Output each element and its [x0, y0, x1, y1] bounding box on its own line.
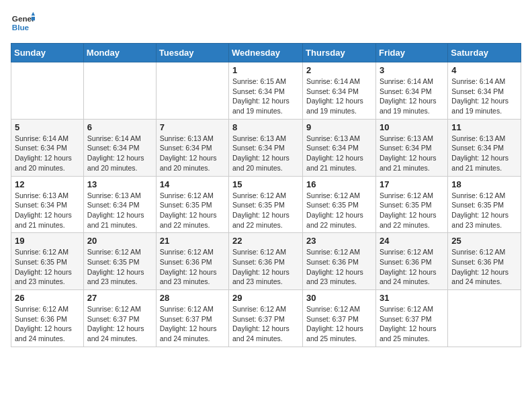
day-info: Sunrise: 6:12 AM Sunset: 6:35 PM Dayligh… — [160, 191, 225, 230]
day-info: Sunrise: 6:14 AM Sunset: 6:34 PM Dayligh… — [15, 134, 80, 173]
calendar-cell: 5Sunrise: 6:14 AM Sunset: 6:34 PM Daylig… — [11, 119, 84, 176]
day-number: 28 — [160, 293, 225, 303]
calendar-cell: 18Sunrise: 6:12 AM Sunset: 6:35 PM Dayli… — [448, 176, 521, 233]
day-info: Sunrise: 6:12 AM Sunset: 6:36 PM Dayligh… — [232, 247, 299, 287]
calendar-cell: 28Sunrise: 6:12 AM Sunset: 6:37 PM Dayli… — [156, 290, 228, 347]
calendar-header-row: SundayMondayTuesdayWednesdayThursdayFrid… — [11, 44, 521, 62]
day-info: Sunrise: 6:12 AM Sunset: 6:37 PM Dayligh… — [306, 304, 372, 344]
day-number: 31 — [380, 293, 444, 303]
day-info: Sunrise: 6:12 AM Sunset: 6:36 PM Dayligh… — [451, 247, 517, 287]
calendar-cell: 26Sunrise: 6:12 AM Sunset: 6:36 PM Dayli… — [11, 290, 84, 347]
day-number: 9 — [306, 122, 372, 132]
page-header: General Blue — [11, 11, 521, 35]
col-header-saturday: Saturday — [448, 44, 521, 62]
day-info: Sunrise: 6:13 AM Sunset: 6:34 PM Dayligh… — [232, 134, 299, 173]
day-info: Sunrise: 6:13 AM Sunset: 6:34 PM Dayligh… — [15, 191, 80, 230]
col-header-tuesday: Tuesday — [156, 44, 228, 62]
day-info: Sunrise: 6:14 AM Sunset: 6:34 PM Dayligh… — [451, 77, 517, 116]
day-number: 20 — [87, 236, 152, 246]
col-header-friday: Friday — [375, 44, 447, 62]
calendar-cell: 22Sunrise: 6:12 AM Sunset: 6:36 PM Dayli… — [229, 233, 303, 290]
calendar-cell — [11, 62, 84, 120]
calendar-cell: 7Sunrise: 6:13 AM Sunset: 6:34 PM Daylig… — [156, 119, 228, 176]
day-info: Sunrise: 6:12 AM Sunset: 6:36 PM Dayligh… — [160, 247, 225, 287]
day-info: Sunrise: 6:12 AM Sunset: 6:35 PM Dayligh… — [380, 191, 444, 230]
day-number: 8 — [232, 122, 299, 132]
day-info: Sunrise: 6:13 AM Sunset: 6:34 PM Dayligh… — [451, 134, 517, 173]
calendar-cell: 9Sunrise: 6:13 AM Sunset: 6:34 PM Daylig… — [303, 119, 376, 176]
day-info: Sunrise: 6:12 AM Sunset: 6:35 PM Dayligh… — [451, 191, 517, 230]
day-info: Sunrise: 6:12 AM Sunset: 6:36 PM Dayligh… — [306, 247, 372, 287]
day-info: Sunrise: 6:14 AM Sunset: 6:34 PM Dayligh… — [380, 77, 444, 116]
calendar-week-row: 19Sunrise: 6:12 AM Sunset: 6:35 PM Dayli… — [11, 233, 521, 290]
logo: General Blue — [11, 11, 35, 35]
calendar-cell: 15Sunrise: 6:12 AM Sunset: 6:35 PM Dayli… — [229, 176, 303, 233]
col-header-monday: Monday — [83, 44, 156, 62]
calendar-cell: 23Sunrise: 6:12 AM Sunset: 6:36 PM Dayli… — [303, 233, 376, 290]
calendar-cell — [448, 290, 521, 347]
calendar-cell: 14Sunrise: 6:12 AM Sunset: 6:35 PM Dayli… — [156, 176, 228, 233]
day-info: Sunrise: 6:14 AM Sunset: 6:34 PM Dayligh… — [87, 134, 152, 173]
day-number: 4 — [451, 65, 517, 75]
calendar-cell: 20Sunrise: 6:12 AM Sunset: 6:35 PM Dayli… — [83, 233, 156, 290]
calendar-week-row: 1Sunrise: 6:15 AM Sunset: 6:34 PM Daylig… — [11, 62, 521, 120]
calendar-cell: 16Sunrise: 6:12 AM Sunset: 6:35 PM Dayli… — [303, 176, 376, 233]
calendar-cell: 8Sunrise: 6:13 AM Sunset: 6:34 PM Daylig… — [229, 119, 303, 176]
calendar-cell — [156, 62, 228, 120]
calendar-cell: 10Sunrise: 6:13 AM Sunset: 6:34 PM Dayli… — [375, 119, 447, 176]
calendar-cell: 11Sunrise: 6:13 AM Sunset: 6:34 PM Dayli… — [448, 119, 521, 176]
calendar-cell: 4Sunrise: 6:14 AM Sunset: 6:34 PM Daylig… — [448, 62, 521, 120]
day-number: 5 — [15, 122, 80, 132]
calendar-cell — [83, 62, 156, 120]
calendar-week-row: 5Sunrise: 6:14 AM Sunset: 6:34 PM Daylig… — [11, 119, 521, 176]
calendar-cell: 21Sunrise: 6:12 AM Sunset: 6:36 PM Dayli… — [156, 233, 228, 290]
calendar-cell: 27Sunrise: 6:12 AM Sunset: 6:37 PM Dayli… — [83, 290, 156, 347]
calendar-week-row: 12Sunrise: 6:13 AM Sunset: 6:34 PM Dayli… — [11, 176, 521, 233]
day-info: Sunrise: 6:13 AM Sunset: 6:34 PM Dayligh… — [380, 134, 444, 173]
day-number: 19 — [15, 236, 80, 246]
day-info: Sunrise: 6:12 AM Sunset: 6:35 PM Dayligh… — [232, 191, 299, 230]
day-number: 1 — [232, 65, 299, 75]
col-header-thursday: Thursday — [303, 44, 376, 62]
day-info: Sunrise: 6:12 AM Sunset: 6:36 PM Dayligh… — [380, 247, 444, 287]
calendar-cell: 24Sunrise: 6:12 AM Sunset: 6:36 PM Dayli… — [375, 233, 447, 290]
day-info: Sunrise: 6:13 AM Sunset: 6:34 PM Dayligh… — [87, 191, 152, 230]
day-number: 21 — [160, 236, 225, 246]
day-info: Sunrise: 6:14 AM Sunset: 6:34 PM Dayligh… — [306, 77, 372, 116]
day-info: Sunrise: 6:12 AM Sunset: 6:35 PM Dayligh… — [15, 247, 80, 287]
calendar-cell: 25Sunrise: 6:12 AM Sunset: 6:36 PM Dayli… — [448, 233, 521, 290]
svg-marker-3 — [32, 17, 35, 20]
calendar-cell: 31Sunrise: 6:12 AM Sunset: 6:37 PM Dayli… — [375, 290, 447, 347]
day-number: 18 — [451, 179, 517, 189]
calendar-cell: 19Sunrise: 6:12 AM Sunset: 6:35 PM Dayli… — [11, 233, 84, 290]
day-number: 7 — [160, 122, 225, 132]
calendar-cell: 30Sunrise: 6:12 AM Sunset: 6:37 PM Dayli… — [303, 290, 376, 347]
day-number: 29 — [232, 293, 299, 303]
day-info: Sunrise: 6:12 AM Sunset: 6:37 PM Dayligh… — [380, 304, 444, 344]
calendar-table: SundayMondayTuesdayWednesdayThursdayFrid… — [11, 43, 521, 347]
day-info: Sunrise: 6:13 AM Sunset: 6:34 PM Dayligh… — [306, 134, 372, 173]
calendar-cell: 17Sunrise: 6:12 AM Sunset: 6:35 PM Dayli… — [375, 176, 447, 233]
calendar-week-row: 26Sunrise: 6:12 AM Sunset: 6:36 PM Dayli… — [11, 290, 521, 347]
day-number: 23 — [306, 236, 372, 246]
col-header-wednesday: Wednesday — [229, 44, 303, 62]
calendar-cell: 6Sunrise: 6:14 AM Sunset: 6:34 PM Daylig… — [83, 119, 156, 176]
day-number: 3 — [380, 65, 444, 75]
day-number: 30 — [306, 293, 372, 303]
day-info: Sunrise: 6:12 AM Sunset: 6:37 PM Dayligh… — [87, 304, 152, 344]
calendar-cell: 3Sunrise: 6:14 AM Sunset: 6:34 PM Daylig… — [375, 62, 447, 120]
calendar-cell: 1Sunrise: 6:15 AM Sunset: 6:34 PM Daylig… — [229, 62, 303, 120]
day-number: 24 — [380, 236, 444, 246]
day-number: 2 — [306, 65, 372, 75]
day-number: 26 — [15, 293, 80, 303]
day-number: 25 — [451, 236, 517, 246]
day-number: 15 — [232, 179, 299, 189]
calendar-cell: 13Sunrise: 6:13 AM Sunset: 6:34 PM Dayli… — [83, 176, 156, 233]
day-number: 11 — [451, 122, 517, 132]
day-number: 14 — [160, 179, 225, 189]
day-number: 22 — [232, 236, 299, 246]
logo-icon: General Blue — [11, 11, 35, 35]
day-number: 16 — [306, 179, 372, 189]
svg-text:Blue: Blue — [12, 23, 30, 32]
calendar-cell: 29Sunrise: 6:12 AM Sunset: 6:37 PM Dayli… — [229, 290, 303, 347]
